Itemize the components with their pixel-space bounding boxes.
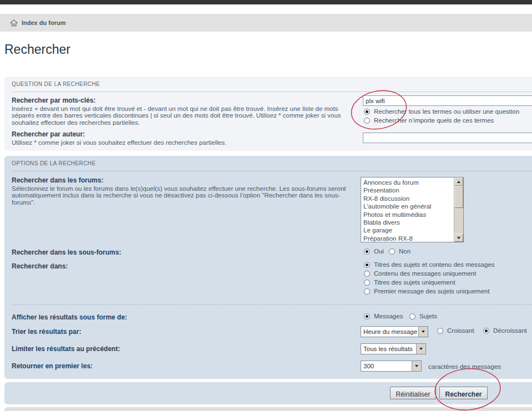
radio-icon[interactable]: [364, 248, 370, 255]
keywords-label: Rechercher par mots-clés:: [12, 97, 360, 104]
return-first-select[interactable]: 300: [361, 361, 422, 372]
display-as-label: Afficher les résultats sous forme de:: [12, 313, 127, 321]
search-button[interactable]: Rechercher: [439, 387, 488, 399]
sort-by-select[interactable]: Heure du message: [361, 326, 428, 337]
limit-label: Limiter les résultats au précédent:: [12, 345, 120, 353]
subforums-label: Rechercher dans les sous-forums:: [12, 248, 121, 256]
chevron-down-icon[interactable]: [416, 344, 425, 354]
forum-list-item[interactable]: L'automobile en général: [363, 202, 454, 210]
forum-list-item[interactable]: RX-8 discussion: [363, 195, 454, 202]
forum-list-item[interactable]: Le garage: [363, 226, 454, 234]
breadcrumb-link-index[interactable]: Index du forum: [22, 19, 65, 26]
author-description: Utilisez * comme joker si vous souhaitez…: [12, 139, 360, 146]
chevron-down-icon[interactable]: [418, 327, 428, 337]
sort-order-descending[interactable]: Décroissant: [483, 327, 527, 334]
radio-icon[interactable]: [364, 109, 370, 115]
footer-bar: [4, 407, 532, 411]
keywords-option-any[interactable]: Rechercher n’importe quels de ces termes: [364, 117, 494, 124]
scroll-up-icon[interactable]: [454, 177, 463, 186]
keywords-option-all[interactable]: Rechercher tous les termes ou utiliser u…: [364, 108, 519, 115]
return-first-suffix: caractères des messages: [428, 363, 501, 370]
radio-icon[interactable]: [483, 328, 489, 334]
search-within-option-2[interactable]: Contenu des messages uniquement: [364, 270, 476, 277]
chevron-down-icon[interactable]: [412, 361, 421, 371]
keywords-label-block: Rechercher par mots-clés: Insérez + deva…: [12, 97, 360, 126]
forum-list-item[interactable]: Annonces du forum: [363, 179, 454, 186]
subforums-option-no[interactable]: Non: [389, 248, 411, 255]
divider: [12, 171, 532, 171]
reset-button[interactable]: Réinitialiser: [390, 387, 436, 399]
forum-list-item[interactable]: Photos et multimédias: [363, 211, 454, 219]
scroll-down-icon[interactable]: [454, 234, 463, 242]
radio-icon[interactable]: [364, 313, 370, 319]
question-panel-legend: QUESTION DE LA RECHERCHE: [12, 81, 100, 87]
forums-description: Sélectionnez le forum ou les forums dans…: [12, 185, 360, 206]
author-label-block: Rechercher par auteur: Utilisez * comme …: [12, 130, 360, 146]
divider: [12, 92, 532, 92]
search-within-label: Rechercher dans:: [12, 262, 68, 270]
listbox-scrollbar[interactable]: [454, 177, 463, 242]
home-icon[interactable]: [10, 19, 18, 27]
forum-list-item[interactable]: Blabla divers: [363, 219, 454, 226]
subforums-option-yes[interactable]: Oui: [364, 248, 384, 255]
forum-list-item[interactable]: Préparation RX-8: [363, 235, 454, 242]
forums-label-block: Rechercher dans les forums: Sélectionnez…: [12, 176, 360, 206]
display-as-option-sujets[interactable]: Sujets: [409, 313, 437, 319]
breadcrumb: Index du forum: [0, 14, 532, 32]
top-bar: [0, 0, 532, 4]
sort-order-ascending[interactable]: Croissant: [437, 327, 474, 334]
display-as-option-messages[interactable]: Messages: [364, 313, 403, 319]
submit-bar: Réinitialiser Rechercher: [4, 382, 532, 404]
keywords-input[interactable]: [363, 95, 532, 106]
search-within-option-4[interactable]: Premier message des sujets uniquement: [364, 288, 489, 295]
forums-label: Rechercher dans les forums:: [12, 176, 360, 184]
author-input[interactable]: [363, 133, 532, 143]
radio-icon[interactable]: [364, 118, 370, 124]
author-label: Rechercher par auteur:: [12, 130, 360, 138]
scrollbar-thumb[interactable]: [454, 186, 463, 208]
options-panel: OPTIONS DE LA RECHERCHE Rechercher dans …: [4, 156, 532, 379]
radio-icon[interactable]: [364, 288, 370, 295]
radio-icon[interactable]: [364, 262, 370, 268]
sort-by-label: Trier les résultats par:: [12, 328, 81, 336]
options-panel-legend: OPTIONS DE LA RECHERCHE: [12, 160, 95, 166]
divider: [12, 305, 532, 305]
limit-select[interactable]: Tous les résultats: [361, 343, 426, 354]
return-first-label: Retourner en premier les:: [12, 362, 93, 370]
forums-listbox[interactable]: Annonces du forum Présentation RX-8 disc…: [361, 177, 464, 242]
forum-list-item[interactable]: Présentation: [363, 186, 454, 194]
page-title: Rechercher: [4, 42, 70, 57]
keywords-description: Insérez + devant un mot qui doit être tr…: [12, 105, 360, 126]
search-within-option-3[interactable]: Titres des sujets uniquement: [364, 279, 455, 286]
search-within-option-1[interactable]: Titres des sujets et contenu des message…: [364, 261, 495, 268]
radio-icon[interactable]: [437, 328, 443, 334]
radio-icon[interactable]: [364, 271, 370, 277]
radio-icon[interactable]: [409, 313, 416, 319]
question-panel: QUESTION DE LA RECHERCHE Rechercher par …: [4, 77, 532, 151]
radio-icon[interactable]: [364, 280, 370, 286]
radio-icon[interactable]: [389, 248, 395, 255]
